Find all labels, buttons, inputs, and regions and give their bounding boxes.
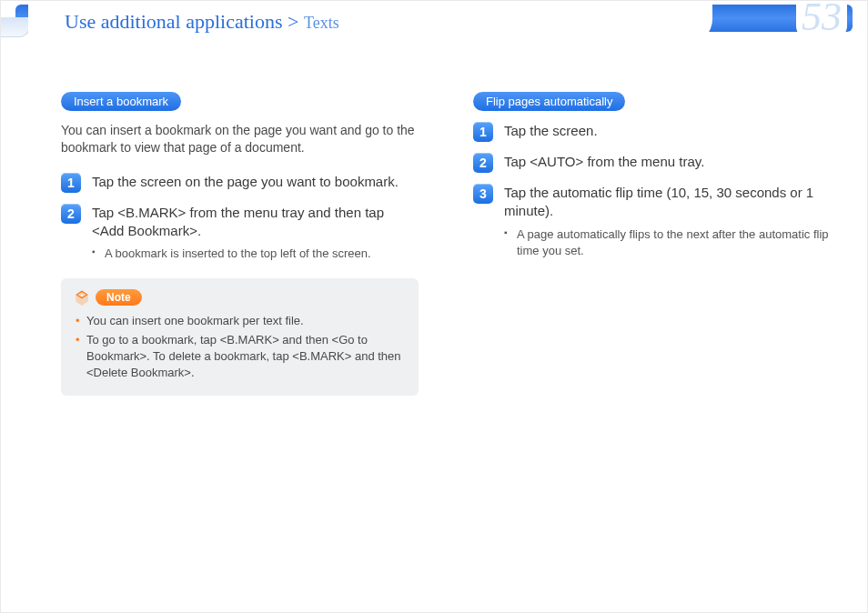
title-panel: Use additional applications > Texts <box>28 1 712 45</box>
step-number-badge: 2 <box>61 204 81 224</box>
note-header: Note <box>74 289 142 306</box>
right-column: Flip pages automatically 1 Tap the scree… <box>473 92 831 594</box>
step-number-badge: 3 <box>473 184 493 204</box>
breadcrumb-sub: Texts <box>304 14 339 32</box>
step-item: 3 Tap the automatic flip time (10, 15, 3… <box>473 184 831 259</box>
section-pill-flip-pages: Flip pages automatically <box>473 92 625 111</box>
note-icon <box>74 289 90 306</box>
breadcrumb: Use additional applications > Texts <box>65 10 339 33</box>
page-number: 53 <box>796 0 847 37</box>
step-item: 2 Tap <AUTO> from the menu tray. <box>473 153 831 173</box>
step-number-badge: 1 <box>61 173 81 193</box>
step-sub-bullets: A page automatically flips to the next a… <box>504 226 831 259</box>
step-item: 2 Tap <B.MARK> from the menu tray and th… <box>61 204 419 263</box>
note-list: You can insert one bookmark per text fil… <box>74 313 406 381</box>
left-column: Insert a bookmark You can insert a bookm… <box>61 92 419 594</box>
step-number-badge: 1 <box>473 122 493 142</box>
note-item: You can insert one bookmark per text fil… <box>74 313 406 329</box>
intro-paragraph: You can insert a bookmark on the page yo… <box>61 122 419 156</box>
note-item: To go to a bookmark, tap <B.MARK> and th… <box>74 332 406 382</box>
step-body: Tap <B.MARK> from the menu tray and then… <box>92 204 419 263</box>
step-sub-bullets: A bookmark is inserted to the top left o… <box>92 246 419 262</box>
step-text: Tap <B.MARK> from the menu tray and then… <box>92 205 384 238</box>
section-pill-insert-bookmark: Insert a bookmark <box>61 92 181 111</box>
note-box: Note You can insert one bookmark per tex… <box>61 278 419 396</box>
step-text: Tap <AUTO> from the menu tray. <box>504 153 704 171</box>
step-number-badge: 2 <box>473 153 493 173</box>
content-area: Insert a bookmark You can insert a bookm… <box>61 92 831 594</box>
step-body: Tap the automatic flip time (10, 15, 30 … <box>504 184 831 259</box>
sub-bullet-item: A bookmark is inserted to the top left o… <box>92 246 419 262</box>
sub-bullet-item: A page automatically flips to the next a… <box>504 226 831 259</box>
step-text: Tap the screen on the page you want to b… <box>92 173 399 191</box>
step-text: Tap the automatic flip time (10, 15, 30 … <box>504 185 813 218</box>
step-item: 1 Tap the screen. <box>473 122 831 142</box>
step-text: Tap the screen. <box>504 122 598 140</box>
breadcrumb-main: Use additional applications > <box>65 10 304 33</box>
step-item: 1 Tap the screen on the page you want to… <box>61 173 419 193</box>
side-tab <box>1 17 30 37</box>
note-label-text: Note <box>96 289 142 306</box>
